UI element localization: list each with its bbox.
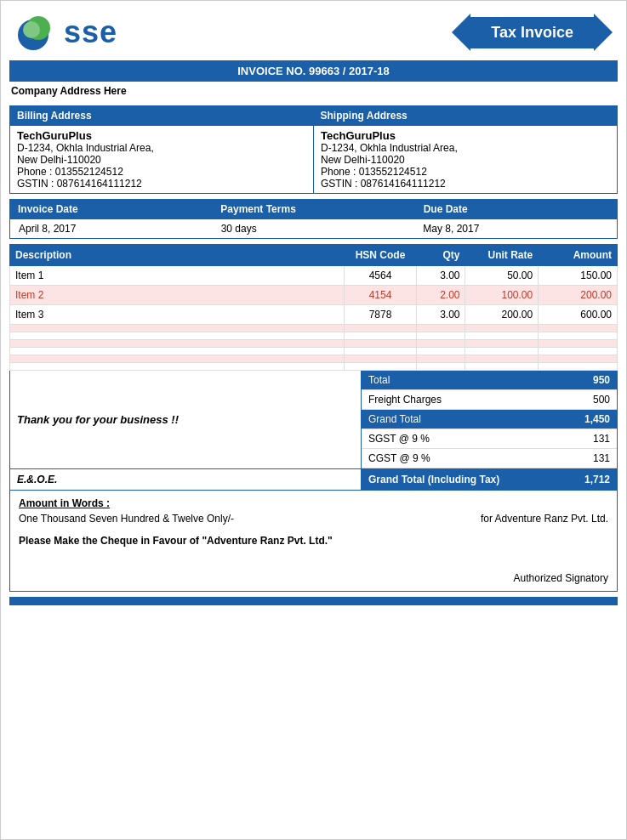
billing-address-line2: New Delhi-110020 — [17, 154, 306, 166]
totals-area: Total 950 Freight Charges 500 Grand Tota… — [362, 371, 617, 468]
address-table: Billing Address Shipping Address TechGur… — [9, 105, 618, 194]
billing-gstin-label: GSTIN : — [17, 178, 54, 190]
invoice-details-values: April 8, 2017 30 days May 8, 2017 — [9, 219, 618, 239]
table-row — [10, 340, 618, 348]
billing-address-cell: TechGuruPlus D-1234, Okhla Industrial Ar… — [10, 126, 314, 194]
cgst-row: CGST @ 9 % 131 — [362, 449, 617, 468]
shipping-gstin: GSTIN : 087614164111212 — [321, 178, 610, 190]
due-date-header: Due Date — [415, 199, 618, 219]
cell-unit-rate: 50.00 — [465, 266, 539, 286]
total-value: 950 — [593, 374, 610, 386]
cell-hsn: 4154 — [344, 286, 417, 305]
shipping-address-line1: D-1234, Okhla Industrial Area, — [321, 142, 610, 154]
cell-hsn — [344, 332, 417, 340]
shipping-address-cell: TechGuruPlus D-1234, Okhla Industrial Ar… — [314, 126, 618, 194]
cell-description: Item 3 — [10, 305, 345, 325]
cell-description — [10, 348, 345, 355]
cell-unit-rate: 100.00 — [465, 286, 539, 305]
shipping-company-name: TechGuruPlus — [321, 129, 610, 142]
cell-unit-rate — [465, 340, 539, 348]
tax-invoice-label: Tax Invoice — [470, 17, 594, 48]
cell-unit-rate — [465, 348, 539, 355]
invoice-number-bar: INVOICE NO. 99663 / 2017-18 — [9, 60, 618, 82]
cell-amount: 200.00 — [539, 286, 618, 305]
cell-description — [10, 325, 345, 332]
col-unit-rate: Unit Rate — [465, 245, 539, 266]
shipping-phone-value: 013552124512 — [359, 166, 427, 178]
table-row: Item 1 4564 3.00 50.00 150.00 — [10, 266, 618, 286]
shipping-header: Shipping Address — [314, 106, 618, 126]
total-row: Total 950 — [362, 371, 617, 390]
cell-description — [10, 340, 345, 348]
table-row: Item 2 4154 2.00 100.00 200.00 — [10, 286, 618, 305]
amount-in-words-label: Amount in Words : — [19, 497, 608, 509]
total-label: Total — [368, 374, 390, 386]
cell-amount — [539, 332, 618, 340]
shipping-phone: Phone : 013552124512 — [321, 166, 610, 178]
invoice-date-header: Invoice Date — [9, 199, 212, 219]
svg-point-2 — [23, 21, 40, 38]
bottom-section: Thank you for your business !! Total 950… — [9, 371, 618, 469]
amount-words-section: Amount in Words : One Thousand Seven Hun… — [9, 491, 618, 592]
cell-hsn — [344, 363, 417, 371]
cell-qty — [417, 332, 465, 340]
billing-phone-value: 013552124512 — [55, 166, 123, 178]
thank-you-text: Thank you for your business !! — [10, 371, 362, 468]
sgst-row: SGST @ 9 % 131 — [362, 429, 617, 449]
logo-area: sse — [14, 11, 117, 54]
billing-header: Billing Address — [10, 106, 314, 126]
invoice-details-bar: Invoice Date Payment Terms Due Date — [9, 199, 618, 219]
authorized-signatory: Authorized Signatory — [19, 572, 608, 584]
invoice-page: sse Tax Invoice INVOICE NO. 99663 / 2017… — [0, 0, 627, 840]
col-amount: Amount — [539, 245, 618, 266]
billing-address-line1: D-1234, Okhla Industrial Area, — [17, 142, 306, 154]
grand-total-tax-value: 1,712 — [584, 474, 610, 485]
cell-qty — [417, 363, 465, 371]
cell-description: Item 2 — [10, 286, 345, 305]
sgst-label: SGST @ 9 % — [368, 433, 430, 445]
col-qty: Qty — [417, 245, 465, 266]
payment-terms-header: Payment Terms — [212, 199, 414, 219]
company-address: Company Address Here — [1, 82, 626, 100]
eoe-label: E.&.O.E. — [10, 469, 362, 490]
cell-hsn — [344, 325, 417, 332]
cell-unit-rate — [465, 363, 539, 371]
cell-amount: 150.00 — [539, 266, 618, 286]
billing-phone: Phone : 013552124512 — [17, 166, 306, 178]
arrow-right-icon — [594, 14, 613, 51]
cell-amount — [539, 355, 618, 363]
table-row — [10, 355, 618, 363]
col-hsn: HSN Code — [344, 245, 417, 266]
cell-description — [10, 332, 345, 340]
table-row — [10, 363, 618, 371]
sgst-value: 131 — [593, 433, 610, 445]
cell-unit-rate: 200.00 — [465, 305, 539, 325]
billing-gstin-value: 087614164111212 — [57, 178, 142, 190]
cell-qty: 2.00 — [417, 286, 465, 305]
cell-qty — [417, 355, 465, 363]
col-description: Description — [10, 245, 345, 266]
cell-unit-rate — [465, 355, 539, 363]
grand-total-label: Grand Total — [368, 413, 421, 425]
cell-amount — [539, 340, 618, 348]
grand-total-tax-label: Grand Total (Including Tax) — [368, 474, 499, 485]
due-date-value: May 8, 2017 — [414, 219, 617, 238]
table-row — [10, 332, 618, 340]
arrow-left-icon — [452, 14, 470, 51]
cgst-value: 131 — [593, 452, 610, 464]
items-table: Description HSN Code Qty Unit Rate Amoun… — [9, 244, 618, 371]
cell-amount — [539, 325, 618, 332]
shipping-gstin-label: GSTIN : — [321, 178, 357, 190]
table-row: Item 3 7878 3.00 200.00 600.00 — [10, 305, 618, 325]
cgst-label: CGST @ 9 % — [368, 452, 430, 464]
cheque-text: Please Make the Cheque in Favour of "Adv… — [19, 535, 608, 547]
cell-description — [10, 355, 345, 363]
cell-description — [10, 363, 345, 371]
grand-total-row: Grand Total 1,450 — [362, 410, 617, 429]
tax-invoice-banner: Tax Invoice — [452, 14, 613, 51]
cell-unit-rate — [465, 332, 539, 340]
cell-description: Item 1 — [10, 266, 345, 286]
grand-total-value: 1,450 — [584, 413, 610, 425]
billing-phone-label: Phone : — [17, 166, 52, 178]
header: sse Tax Invoice — [1, 1, 626, 60]
